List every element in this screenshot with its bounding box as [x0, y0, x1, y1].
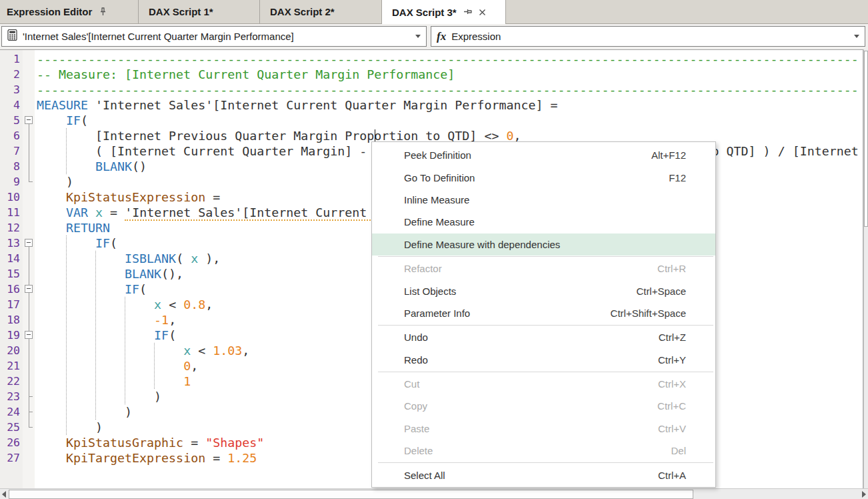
scroll-left-arrow-icon[interactable] — [2, 491, 6, 498]
menu-item-label: Redo — [404, 354, 428, 366]
menu-item-shortcut: Ctrl+R — [657, 263, 686, 274]
code-line-12[interactable]: RETURN — [37, 220, 110, 235]
code-line-20[interactable]: x < 1.03, — [37, 343, 249, 358]
fold-collapse-box[interactable] — [25, 285, 33, 293]
line-number: 13 — [0, 235, 20, 251]
code-line-13[interactable]: IF( — [37, 235, 117, 251]
code-line-16[interactable]: IF( — [37, 282, 147, 297]
menu-item-parameter-info[interactable]: Parameter InfoCtrl+Shift+Space — [372, 302, 715, 324]
vertical-scrollbar[interactable] — [863, 49, 868, 488]
measure-selector[interactable]: 'Internet Sales'[Internet Current Quarte… — [1, 26, 427, 47]
close-icon[interactable] — [479, 9, 486, 16]
menu-item-define-measure-with-dependencies[interactable]: Define Measure with dependencies — [372, 233, 715, 256]
code-line-8[interactable]: BLANK() — [37, 159, 147, 174]
pin-icon[interactable] — [463, 7, 472, 17]
code-token: -- Measure: [Internet Current Quarter Ma… — [37, 67, 455, 81]
menu-item-inline-measure[interactable]: Inline Measure — [372, 189, 715, 211]
code-line-24[interactable]: ) — [37, 404, 132, 420]
code-token: 1 — [183, 374, 191, 388]
line-number: 26 — [0, 435, 20, 450]
code-token: [Internet Previous Quarter Margin Propor… — [37, 129, 506, 143]
code-token: 1.03 — [213, 344, 242, 358]
line-number: 12 — [0, 220, 20, 235]
menu-item-delete[interactable]: DeleteDel — [372, 440, 715, 462]
menu-item-copy[interactable]: CopyCtrl+C — [372, 395, 715, 417]
code-line-19[interactable]: IF( — [37, 328, 176, 343]
line-number: 6 — [0, 128, 20, 143]
fold-collapse-box[interactable] — [25, 331, 33, 339]
code-line-3[interactable]: ----------------------------------------… — [37, 82, 859, 97]
line-number: 3 — [0, 82, 20, 97]
menu-item-label: Cut — [404, 378, 419, 390]
dropdown-arrow-icon[interactable] — [854, 35, 859, 38]
menu-item-paste[interactable]: PasteCtrl+V — [372, 418, 715, 440]
menu-item-define-measure[interactable]: Define Measure — [372, 211, 715, 233]
code-line-2[interactable]: -- Measure: [Internet Current Quarter Ma… — [37, 67, 455, 82]
horizontal-scrollbar[interactable] — [0, 488, 868, 499]
code-line-4[interactable]: MEASURE 'Internet Sales'[Internet Curren… — [37, 97, 557, 113]
code-line-17[interactable]: x < 0.8, — [37, 297, 213, 312]
dropdown-arrow-icon[interactable] — [415, 35, 421, 38]
code-token: ) — [37, 405, 132, 419]
fold-collapse-box[interactable] — [25, 116, 33, 124]
horizontal-scrollbar-thumb[interactable] — [9, 490, 693, 499]
code-line-9[interactable]: ) — [37, 174, 73, 189]
menu-item-cut[interactable]: CutCtrl+X — [372, 373, 715, 395]
line-number: 27 — [0, 450, 20, 466]
line-number: 10 — [0, 189, 20, 205]
menu-item-redo[interactable]: RedoCtrl+Y — [372, 349, 715, 371]
fold-end-tick — [29, 427, 33, 428]
code-token: = — [205, 190, 220, 204]
code-token: BLANK — [125, 267, 161, 281]
pin-icon[interactable] — [99, 7, 107, 17]
code-line-22[interactable]: 1 — [37, 374, 191, 389]
code-line-14[interactable]: ISBLANK( x ), — [37, 251, 220, 266]
tab-expression-editor[interactable]: Expression Editor — [0, 0, 139, 23]
fold-collapse-box[interactable] — [25, 239, 33, 247]
menu-item-shortcut: Ctrl+Y — [658, 354, 686, 366]
menu-item-undo[interactable]: UndoCtrl+Z — [372, 326, 715, 348]
vertical-scrollbar-thumb[interactable] — [864, 51, 868, 227]
code-token — [37, 221, 66, 235]
menu-item-list-objects[interactable]: List ObjectsCtrl+Space — [372, 280, 715, 302]
menu-item-go-to-definition[interactable]: Go To DefinitionF12 — [372, 166, 715, 188]
code-token: KpiTargetExpression — [66, 451, 205, 465]
tab-label: DAX Script 2* — [270, 6, 335, 17]
code-line-23[interactable]: ) — [37, 389, 161, 404]
code-line-26[interactable]: KpiStatusGraphic = "Shapes" — [37, 435, 264, 450]
code-token — [37, 359, 183, 373]
tab-label: DAX Script 3* — [392, 7, 457, 18]
expression-selector[interactable]: fx Expression — [431, 26, 865, 47]
code-line-10[interactable]: KpiStatusExpression = — [37, 189, 220, 205]
code-token: ISBLANK — [125, 252, 176, 266]
code-token: x — [183, 344, 191, 358]
scroll-right-arrow-icon[interactable] — [862, 491, 866, 498]
menu-separator — [378, 325, 713, 326]
code-line-1[interactable]: ----------------------------------------… — [37, 51, 859, 67]
tab-dax-script-1[interactable]: DAX Script 1* — [139, 0, 260, 23]
tab-bar: Expression EditorDAX Script 1*DAX Script… — [0, 0, 868, 24]
code-token: ) — [37, 175, 73, 189]
line-number: 25 — [0, 420, 20, 435]
menu-item-shortcut: Alt+F12 — [651, 149, 686, 161]
code-token: , — [513, 129, 521, 143]
code-token — [37, 267, 125, 281]
menu-item-shortcut: Ctrl+V — [658, 423, 686, 434]
code-token: () — [132, 159, 147, 173]
menu-item-peek-definition[interactable]: Peek DefinitionAlt+F12 — [372, 144, 715, 166]
menu-item-select-all[interactable]: Select AllCtrl+A — [372, 464, 715, 486]
tab-dax-script-3[interactable]: DAX Script 3* — [382, 0, 506, 24]
code-line-27[interactable]: KpiTargetExpression = 1.25 — [37, 450, 257, 466]
code-token — [37, 344, 183, 358]
menu-item-refactor[interactable]: RefactorCtrl+R — [372, 258, 715, 280]
code-line-5[interactable]: IF( — [37, 113, 88, 128]
tab-dax-script-2[interactable]: DAX Script 2* — [260, 0, 382, 23]
code-line-25[interactable]: ) — [37, 420, 103, 435]
code-line-21[interactable]: 0, — [37, 358, 198, 374]
code-line-15[interactable]: BLANK(), — [37, 266, 183, 282]
code-token — [37, 159, 95, 173]
code-token — [37, 328, 154, 342]
code-token: RETURN — [66, 221, 110, 235]
menu-item-shortcut: Ctrl+Shift+Space — [611, 308, 686, 319]
code-line-18[interactable]: -1, — [37, 312, 176, 328]
